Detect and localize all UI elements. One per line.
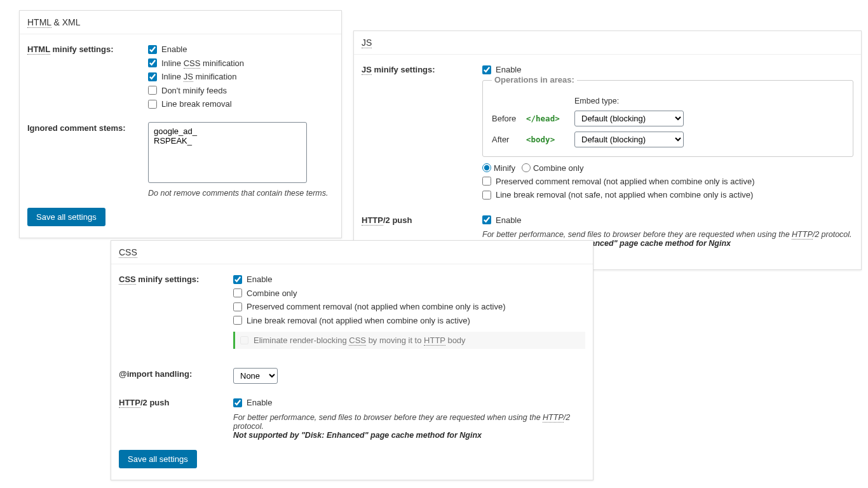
html-linebreak-checkbox[interactable] <box>148 100 157 109</box>
html-enable-checkbox[interactable] <box>148 45 157 54</box>
html-save-button[interactable]: Save all settings <box>27 208 105 226</box>
operations-legend: Operations in areas: <box>492 75 577 85</box>
js-preserved-label: Preserved comment removal (not applied w… <box>496 175 755 188</box>
after-body-select[interactable]: Default (blocking) <box>574 132 684 147</box>
js-panel: JS JS minify settings: Enable Operations… <box>353 30 862 270</box>
js-http2-enable-label: Enable <box>496 214 521 227</box>
css-combine-label: Combine only <box>247 287 297 300</box>
js-abbr: JS <box>362 37 372 48</box>
dont-minify-feeds-checkbox[interactable] <box>148 86 157 95</box>
css-save-button[interactable]: Save all settings <box>119 450 197 468</box>
ignored-stems-helper: Do not remove comments that contain thes… <box>148 189 334 198</box>
css-panel-header: CSS <box>111 241 593 264</box>
html-abbr: HTML <box>27 17 51 28</box>
embed-type-label: Embed type: <box>574 97 685 105</box>
eliminate-render-blocking-checkbox <box>240 336 248 344</box>
js-linebreak-checkbox[interactable] <box>482 191 491 200</box>
css-minify-label: CSS minify settings: <box>119 273 233 349</box>
js-preserved-checkbox[interactable] <box>482 177 491 186</box>
css-panel: CSS CSS minify settings: Enable Combine … <box>111 240 593 480</box>
head-tag: </head> <box>526 114 574 123</box>
html-minify-label: HTML minify settings: <box>27 43 148 112</box>
ignored-stems-label: Ignored comment stems: <box>27 122 148 198</box>
eliminate-render-blocking-label: Eliminate render-blocking CSS by moving … <box>254 336 466 345</box>
body-tag: <body> <box>526 135 574 144</box>
inline-css-checkbox[interactable] <box>148 58 157 67</box>
html-panel-header: HTML & XML <box>20 11 341 34</box>
import-handling-select[interactable]: None <box>233 368 278 384</box>
ignored-stems-textarea[interactable] <box>148 122 307 183</box>
css-enable-checkbox[interactable] <box>233 275 242 284</box>
css-http2-enable-checkbox[interactable] <box>233 398 242 407</box>
before-label: Before <box>492 114 526 123</box>
inline-css-label: Inline CSS minification <box>161 57 244 70</box>
css-preserved-label: Preserved comment removal (not applied w… <box>247 301 506 313</box>
minify-radio[interactable] <box>482 163 491 172</box>
css-linebreak-label: Line break removal (not applied when com… <box>247 315 470 327</box>
inline-js-checkbox[interactable] <box>148 72 157 81</box>
combine-only-radio[interactable] <box>522 163 531 172</box>
js-minify-label: JS minify settings: <box>362 64 482 203</box>
operations-fieldset: Operations in areas: Embed type: Before … <box>482 80 853 157</box>
js-http2-helper: For better performance, send files to br… <box>482 230 853 239</box>
html-linebreak-label: Line break removal <box>161 98 232 111</box>
css-linebreak-checkbox[interactable] <box>233 316 242 325</box>
js-panel-header: JS <box>354 31 861 55</box>
html-enable-label: Enable <box>161 43 187 56</box>
before-head-select[interactable]: Default (blocking) <box>574 111 684 126</box>
css-combine-checkbox[interactable] <box>233 288 242 297</box>
js-http2-enable-checkbox[interactable] <box>482 215 491 224</box>
css-http2-helper: For better performance, send files to br… <box>233 413 585 431</box>
css-http2-enable-label: Enable <box>247 396 272 409</box>
combine-only-radio-label: Combine only <box>533 163 584 173</box>
dont-minify-feeds-label: Don't minify feeds <box>161 85 227 97</box>
eliminate-render-blocking-row: Eliminate render-blocking CSS by moving … <box>233 332 585 349</box>
html-panel: HTML & XML HTML minify settings: Enable … <box>19 10 342 238</box>
import-handling-label: @import handling: <box>119 368 233 384</box>
inline-js-label: Inline JS minification <box>161 71 237 83</box>
js-enable-checkbox[interactable] <box>482 65 491 74</box>
css-preserved-checkbox[interactable] <box>233 302 242 311</box>
after-label: After <box>492 135 526 144</box>
css-http2-label: HTTP/2 push <box>119 396 233 440</box>
css-enable-label: Enable <box>247 273 272 286</box>
js-linebreak-label: Line break removal (not safe, not applie… <box>496 189 753 201</box>
css-abbr: CSS <box>119 247 137 258</box>
css-http2-warning: Not supported by "Disk: Enhanced" page c… <box>233 431 585 440</box>
minify-radio-label: Minify <box>494 163 515 173</box>
